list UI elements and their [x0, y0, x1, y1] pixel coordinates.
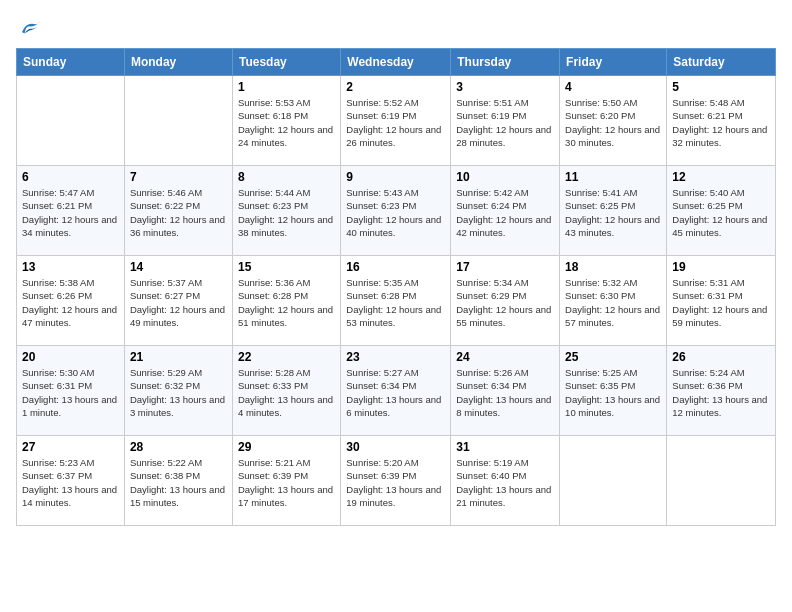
day-header-monday: Monday	[124, 49, 232, 76]
day-info: Sunrise: 5:24 AM Sunset: 6:36 PM Dayligh…	[672, 366, 770, 419]
calendar-week-row: 27Sunrise: 5:23 AM Sunset: 6:37 PM Dayli…	[17, 436, 776, 526]
day-number: 3	[456, 80, 554, 94]
day-number: 17	[456, 260, 554, 274]
logo	[16, 16, 42, 40]
calendar-cell: 9Sunrise: 5:43 AM Sunset: 6:23 PM Daylig…	[341, 166, 451, 256]
day-number: 23	[346, 350, 445, 364]
calendar-cell: 14Sunrise: 5:37 AM Sunset: 6:27 PM Dayli…	[124, 256, 232, 346]
day-info: Sunrise: 5:32 AM Sunset: 6:30 PM Dayligh…	[565, 276, 661, 329]
day-number: 26	[672, 350, 770, 364]
day-info: Sunrise: 5:35 AM Sunset: 6:28 PM Dayligh…	[346, 276, 445, 329]
day-number: 31	[456, 440, 554, 454]
calendar-cell	[667, 436, 776, 526]
calendar-cell: 16Sunrise: 5:35 AM Sunset: 6:28 PM Dayli…	[341, 256, 451, 346]
day-number: 12	[672, 170, 770, 184]
day-number: 29	[238, 440, 335, 454]
calendar-cell: 15Sunrise: 5:36 AM Sunset: 6:28 PM Dayli…	[232, 256, 340, 346]
day-info: Sunrise: 5:41 AM Sunset: 6:25 PM Dayligh…	[565, 186, 661, 239]
calendar-cell: 27Sunrise: 5:23 AM Sunset: 6:37 PM Dayli…	[17, 436, 125, 526]
day-info: Sunrise: 5:36 AM Sunset: 6:28 PM Dayligh…	[238, 276, 335, 329]
day-info: Sunrise: 5:20 AM Sunset: 6:39 PM Dayligh…	[346, 456, 445, 509]
day-info: Sunrise: 5:38 AM Sunset: 6:26 PM Dayligh…	[22, 276, 119, 329]
day-number: 10	[456, 170, 554, 184]
day-number: 14	[130, 260, 227, 274]
day-info: Sunrise: 5:27 AM Sunset: 6:34 PM Dayligh…	[346, 366, 445, 419]
day-info: Sunrise: 5:48 AM Sunset: 6:21 PM Dayligh…	[672, 96, 770, 149]
day-info: Sunrise: 5:43 AM Sunset: 6:23 PM Dayligh…	[346, 186, 445, 239]
calendar-cell: 4Sunrise: 5:50 AM Sunset: 6:20 PM Daylig…	[560, 76, 667, 166]
calendar-cell: 17Sunrise: 5:34 AM Sunset: 6:29 PM Dayli…	[451, 256, 560, 346]
day-info: Sunrise: 5:46 AM Sunset: 6:22 PM Dayligh…	[130, 186, 227, 239]
calendar-cell	[560, 436, 667, 526]
calendar-cell: 18Sunrise: 5:32 AM Sunset: 6:30 PM Dayli…	[560, 256, 667, 346]
day-number: 5	[672, 80, 770, 94]
calendar-cell: 2Sunrise: 5:52 AM Sunset: 6:19 PM Daylig…	[341, 76, 451, 166]
day-number: 1	[238, 80, 335, 94]
day-number: 15	[238, 260, 335, 274]
day-number: 18	[565, 260, 661, 274]
calendar-cell: 26Sunrise: 5:24 AM Sunset: 6:36 PM Dayli…	[667, 346, 776, 436]
calendar-cell: 28Sunrise: 5:22 AM Sunset: 6:38 PM Dayli…	[124, 436, 232, 526]
day-info: Sunrise: 5:40 AM Sunset: 6:25 PM Dayligh…	[672, 186, 770, 239]
calendar-cell	[124, 76, 232, 166]
calendar-cell: 5Sunrise: 5:48 AM Sunset: 6:21 PM Daylig…	[667, 76, 776, 166]
calendar-cell: 31Sunrise: 5:19 AM Sunset: 6:40 PM Dayli…	[451, 436, 560, 526]
day-info: Sunrise: 5:50 AM Sunset: 6:20 PM Dayligh…	[565, 96, 661, 149]
day-info: Sunrise: 5:30 AM Sunset: 6:31 PM Dayligh…	[22, 366, 119, 419]
day-number: 27	[22, 440, 119, 454]
calendar-header-row: SundayMondayTuesdayWednesdayThursdayFrid…	[17, 49, 776, 76]
calendar-table: SundayMondayTuesdayWednesdayThursdayFrid…	[16, 48, 776, 526]
page-header	[16, 16, 776, 40]
day-info: Sunrise: 5:53 AM Sunset: 6:18 PM Dayligh…	[238, 96, 335, 149]
day-header-tuesday: Tuesday	[232, 49, 340, 76]
day-number: 6	[22, 170, 119, 184]
day-number: 2	[346, 80, 445, 94]
day-header-saturday: Saturday	[667, 49, 776, 76]
calendar-cell: 11Sunrise: 5:41 AM Sunset: 6:25 PM Dayli…	[560, 166, 667, 256]
day-info: Sunrise: 5:23 AM Sunset: 6:37 PM Dayligh…	[22, 456, 119, 509]
calendar-cell: 30Sunrise: 5:20 AM Sunset: 6:39 PM Dayli…	[341, 436, 451, 526]
calendar-cell: 25Sunrise: 5:25 AM Sunset: 6:35 PM Dayli…	[560, 346, 667, 436]
day-number: 9	[346, 170, 445, 184]
day-number: 24	[456, 350, 554, 364]
day-header-thursday: Thursday	[451, 49, 560, 76]
calendar-cell: 3Sunrise: 5:51 AM Sunset: 6:19 PM Daylig…	[451, 76, 560, 166]
day-info: Sunrise: 5:22 AM Sunset: 6:38 PM Dayligh…	[130, 456, 227, 509]
calendar-cell: 10Sunrise: 5:42 AM Sunset: 6:24 PM Dayli…	[451, 166, 560, 256]
day-info: Sunrise: 5:19 AM Sunset: 6:40 PM Dayligh…	[456, 456, 554, 509]
day-info: Sunrise: 5:34 AM Sunset: 6:29 PM Dayligh…	[456, 276, 554, 329]
calendar-cell: 6Sunrise: 5:47 AM Sunset: 6:21 PM Daylig…	[17, 166, 125, 256]
calendar-cell	[17, 76, 125, 166]
calendar-cell: 1Sunrise: 5:53 AM Sunset: 6:18 PM Daylig…	[232, 76, 340, 166]
day-info: Sunrise: 5:28 AM Sunset: 6:33 PM Dayligh…	[238, 366, 335, 419]
calendar-cell: 21Sunrise: 5:29 AM Sunset: 6:32 PM Dayli…	[124, 346, 232, 436]
calendar-week-row: 6Sunrise: 5:47 AM Sunset: 6:21 PM Daylig…	[17, 166, 776, 256]
day-number: 8	[238, 170, 335, 184]
calendar-week-row: 1Sunrise: 5:53 AM Sunset: 6:18 PM Daylig…	[17, 76, 776, 166]
day-header-wednesday: Wednesday	[341, 49, 451, 76]
day-number: 25	[565, 350, 661, 364]
day-number: 30	[346, 440, 445, 454]
day-info: Sunrise: 5:26 AM Sunset: 6:34 PM Dayligh…	[456, 366, 554, 419]
day-info: Sunrise: 5:52 AM Sunset: 6:19 PM Dayligh…	[346, 96, 445, 149]
day-header-friday: Friday	[560, 49, 667, 76]
calendar-cell: 22Sunrise: 5:28 AM Sunset: 6:33 PM Dayli…	[232, 346, 340, 436]
day-number: 11	[565, 170, 661, 184]
calendar-cell: 8Sunrise: 5:44 AM Sunset: 6:23 PM Daylig…	[232, 166, 340, 256]
calendar-cell: 7Sunrise: 5:46 AM Sunset: 6:22 PM Daylig…	[124, 166, 232, 256]
day-info: Sunrise: 5:37 AM Sunset: 6:27 PM Dayligh…	[130, 276, 227, 329]
calendar-cell: 13Sunrise: 5:38 AM Sunset: 6:26 PM Dayli…	[17, 256, 125, 346]
calendar-cell: 20Sunrise: 5:30 AM Sunset: 6:31 PM Dayli…	[17, 346, 125, 436]
day-number: 4	[565, 80, 661, 94]
day-info: Sunrise: 5:21 AM Sunset: 6:39 PM Dayligh…	[238, 456, 335, 509]
calendar-cell: 19Sunrise: 5:31 AM Sunset: 6:31 PM Dayli…	[667, 256, 776, 346]
calendar-cell: 23Sunrise: 5:27 AM Sunset: 6:34 PM Dayli…	[341, 346, 451, 436]
calendar-week-row: 20Sunrise: 5:30 AM Sunset: 6:31 PM Dayli…	[17, 346, 776, 436]
day-number: 22	[238, 350, 335, 364]
day-number: 13	[22, 260, 119, 274]
day-info: Sunrise: 5:31 AM Sunset: 6:31 PM Dayligh…	[672, 276, 770, 329]
day-info: Sunrise: 5:42 AM Sunset: 6:24 PM Dayligh…	[456, 186, 554, 239]
day-number: 28	[130, 440, 227, 454]
calendar-cell: 24Sunrise: 5:26 AM Sunset: 6:34 PM Dayli…	[451, 346, 560, 436]
day-info: Sunrise: 5:47 AM Sunset: 6:21 PM Dayligh…	[22, 186, 119, 239]
